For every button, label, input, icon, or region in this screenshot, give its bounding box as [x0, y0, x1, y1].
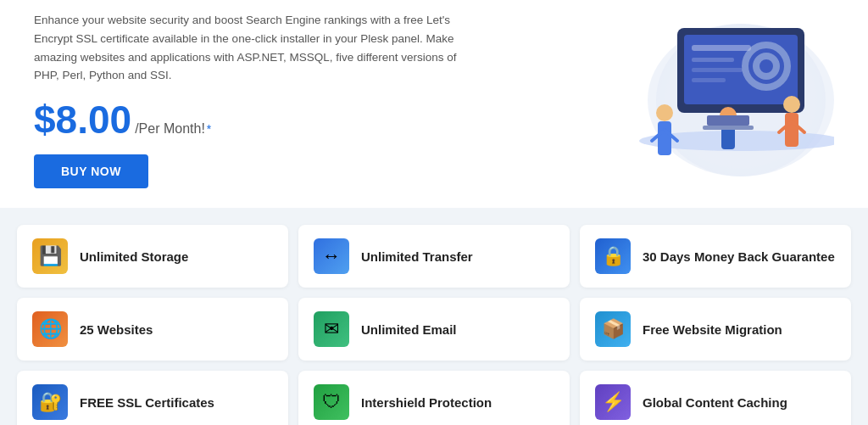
feature-card-25-websites: 🌐25 Websites — [17, 298, 288, 361]
illustration-svg — [546, 15, 834, 185]
hero-illustration — [529, 15, 834, 185]
feature-label-free-migration: Free Website Migration — [643, 322, 782, 337]
features-grid: 💾Unlimited Storage↔Unlimited Transfer🔒30… — [17, 225, 851, 425]
hero-section: Enhance your website security and boost … — [0, 0, 868, 208]
feature-label-free-ssl: FREE SSL Certificates — [80, 395, 214, 410]
feature-icon-unlimited-storage: 💾 — [32, 238, 68, 274]
feature-card-free-ssl: 🔐FREE SSL Certificates — [17, 371, 288, 425]
feature-icon-unlimited-email: ✉ — [314, 311, 349, 347]
svg-rect-15 — [785, 113, 798, 147]
svg-rect-9 — [658, 121, 671, 155]
svg-point-14 — [783, 96, 800, 113]
svg-rect-19 — [707, 115, 749, 126]
price-row: $8.00 /Per Month! * — [34, 100, 475, 139]
buy-now-button[interactable]: BUY NOW — [34, 154, 148, 188]
feature-icon-free-migration: 📦 — [595, 311, 631, 347]
feature-card-unlimited-storage: 💾Unlimited Storage — [17, 225, 288, 288]
feature-label-unlimited-storage: Unlimited Storage — [80, 249, 188, 264]
hero-content: Enhance your website security and boost … — [34, 11, 475, 187]
feature-label-unlimited-email: Unlimited Email — [361, 322, 457, 337]
features-section: 💾Unlimited Storage↔Unlimited Transfer🔒30… — [0, 208, 868, 425]
price-value: $8.00 — [34, 100, 131, 139]
feature-icon-unlimited-transfer: ↔ — [314, 238, 349, 274]
feature-card-money-back: 🔒30 Days Money Back Guarantee — [580, 225, 851, 288]
svg-rect-18 — [703, 126, 754, 130]
feature-card-unlimited-transfer: ↔Unlimited Transfer — [298, 225, 570, 288]
svg-rect-6 — [692, 78, 726, 82]
feature-card-caching: ⚡Global Content Caching — [580, 371, 851, 425]
feature-label-25-websites: 25 Websites — [80, 322, 153, 337]
feature-card-intershield: 🛡Intershield Protection — [298, 371, 570, 425]
per-month-label: /Per Month! — [135, 121, 205, 137]
feature-icon-money-back: 🔒 — [595, 238, 631, 274]
feature-label-intershield: Intershield Protection — [361, 395, 492, 410]
feature-icon-free-ssl: 🔐 — [32, 384, 68, 420]
svg-rect-4 — [692, 58, 734, 62]
feature-icon-25-websites: 🌐 — [32, 311, 68, 347]
feature-card-unlimited-email: ✉Unlimited Email — [298, 298, 570, 361]
feature-icon-intershield: 🛡 — [314, 384, 349, 420]
feature-card-free-migration: 📦Free Website Migration — [580, 298, 851, 361]
feature-label-unlimited-transfer: Unlimited Transfer — [361, 249, 473, 264]
price-asterisk: * — [207, 122, 211, 136]
feature-label-money-back: 30 Days Money Back Guarantee — [643, 249, 835, 264]
feature-icon-caching: ⚡ — [595, 384, 631, 420]
svg-rect-5 — [692, 68, 743, 72]
svg-point-8 — [656, 104, 673, 121]
hero-description: Enhance your website security and boost … — [34, 11, 475, 84]
svg-rect-3 — [692, 45, 751, 51]
feature-label-caching: Global Content Caching — [643, 395, 787, 410]
